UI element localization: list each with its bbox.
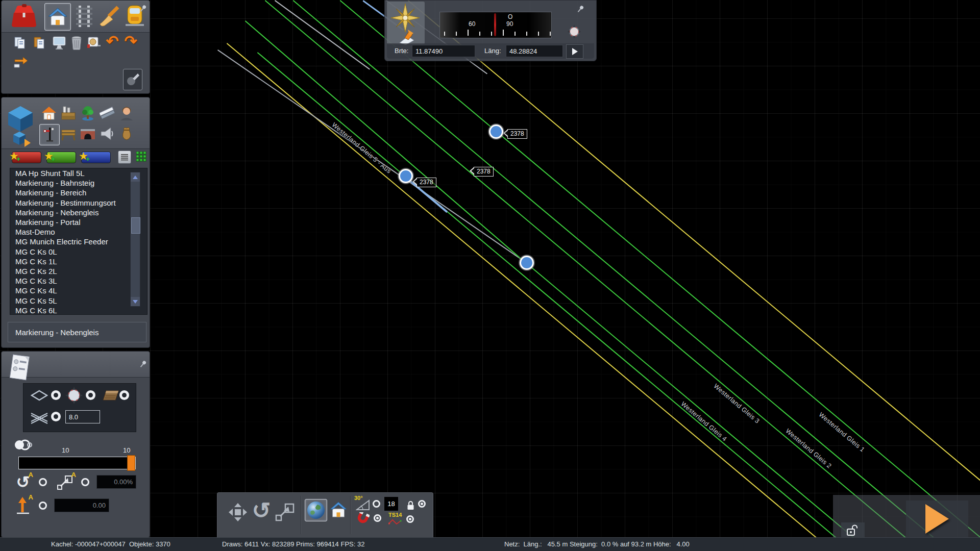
lock-toggle[interactable] <box>841 522 865 537</box>
list-item[interactable]: MG C Ks 5L <box>10 295 147 305</box>
list-item[interactable]: MA Hp Shunt Tall 5L <box>10 168 147 178</box>
laeng-label: Läng: <box>484 47 501 55</box>
radio-height-random[interactable] <box>39 502 47 510</box>
copy-icon[interactable] <box>32 35 46 51</box>
track-id-tag[interactable]: 2378 <box>507 129 527 139</box>
scroll-thumb[interactable] <box>131 217 140 234</box>
coords-go-button[interactable] <box>566 44 583 59</box>
list-item[interactable]: Mast-Demo <box>10 227 147 237</box>
move-mode-icon[interactable] <box>228 502 248 522</box>
radio-scale-random[interactable] <box>81 478 89 486</box>
pin-icon[interactable] <box>576 5 585 14</box>
scroll-up-button[interactable] <box>131 172 140 182</box>
radio-angle-snap[interactable] <box>373 500 380 508</box>
list-view-icon[interactable] <box>118 151 131 164</box>
rotate-mode-icon[interactable]: ↺ <box>250 497 273 523</box>
track-id-tag[interactable]: 2378 <box>416 178 436 187</box>
factory-icon[interactable] <box>60 105 77 122</box>
grid-value-box[interactable]: 18 <box>384 497 398 511</box>
dial-label-90: 90 <box>506 20 513 28</box>
radio-lock[interactable] <box>418 500 426 508</box>
signal-icon[interactable] <box>39 124 60 145</box>
cube-3d-icon[interactable] <box>6 104 35 133</box>
person-icon[interactable] <box>118 105 135 122</box>
model-list[interactable]: MA Hp Shunt Tall 5LMarkierung - Bahnstei… <box>10 168 148 315</box>
favorites-blue[interactable]: ★ <box>81 152 111 163</box>
gyro-locate-icon[interactable] <box>567 24 582 39</box>
list-item[interactable]: MG C Ks 1L <box>10 257 147 266</box>
sack-icon[interactable] <box>118 125 135 142</box>
list-item[interactable]: MG C Ks 2L <box>10 266 147 276</box>
list-item[interactable]: Markierung - Bestimmungsort <box>10 198 147 208</box>
tree-icon[interactable] <box>79 105 96 122</box>
run-simulation-button[interactable] <box>906 500 968 537</box>
heading-dial[interactable]: O 60 90 <box>439 12 552 38</box>
compass-rose-icon[interactable] <box>390 3 421 33</box>
speaker-icon[interactable] <box>99 125 116 142</box>
cube-insert-icon[interactable] <box>12 130 32 148</box>
list-item[interactable]: MG C Ks 3L <box>10 276 147 286</box>
track-id-tag[interactable]: 2378 <box>474 167 494 177</box>
toolbox-icon[interactable] <box>10 3 38 30</box>
scrollbar[interactable] <box>130 172 140 307</box>
brte-input[interactable] <box>412 45 475 57</box>
slider-right-label: 10 <box>123 446 130 454</box>
track-ladder-icon[interactable] <box>73 4 95 29</box>
bench-icon[interactable] <box>60 125 77 142</box>
track-green-gleis1[interactable] <box>340 0 980 551</box>
swap-arrows-icon[interactable] <box>13 55 29 69</box>
list-item[interactable]: MG Munich Electric Feeder <box>10 237 147 246</box>
track-green-gleis3[interactable] <box>265 0 950 551</box>
home-view-icon[interactable] <box>329 500 348 519</box>
toolbar-divider <box>350 496 351 534</box>
globe-mode-icon[interactable] <box>305 499 327 521</box>
monitor-icon[interactable] <box>52 35 67 51</box>
tape-measure-icon[interactable] <box>86 35 102 51</box>
compass-widget: O 60 90 Brte: Läng: <box>384 0 597 61</box>
scroll-down-button[interactable] <box>131 297 140 306</box>
track-green-gleis2[interactable] <box>293 0 980 551</box>
slider-handle[interactable] <box>127 455 135 471</box>
list-item[interactable]: Markierung - Nebengleis <box>10 208 147 217</box>
track-green-gleis5[interactable] <box>257 52 868 551</box>
radius-input[interactable] <box>65 410 100 423</box>
radio-globe-anchor[interactable] <box>86 390 95 400</box>
list-item[interactable]: Markierung - Portal <box>10 217 147 227</box>
height-value-field[interactable]: 0.00 <box>54 498 109 512</box>
ts14-icon: TS14 <box>388 512 403 526</box>
radio-rotate-random[interactable] <box>39 478 47 486</box>
list-item[interactable]: MG C Ks 0L <box>10 247 147 257</box>
pin-icon[interactable] <box>138 4 148 13</box>
density-slider[interactable] <box>18 457 136 469</box>
radio-magnet[interactable] <box>374 514 381 522</box>
house-icon[interactable] <box>40 105 58 122</box>
radio-cross-tracks[interactable] <box>51 412 61 421</box>
list-item[interactable]: MG C Ks 6L <box>10 306 147 315</box>
redo-icon[interactable]: ↷ <box>123 32 138 49</box>
home-icon[interactable] <box>44 3 71 31</box>
undo-icon[interactable]: ↶ <box>105 32 120 49</box>
paste-icon[interactable] <box>13 35 27 51</box>
track-node[interactable] <box>489 124 503 139</box>
rotation-value-field[interactable]: 0.00% <box>96 475 136 489</box>
radio-ts14[interactable] <box>406 515 414 523</box>
track-yellow-left[interactable] <box>227 43 853 551</box>
trash-icon[interactable] <box>70 35 83 51</box>
pin-icon[interactable] <box>138 360 148 369</box>
favorites-green[interactable]: ★ <box>46 152 76 163</box>
track-object-icon[interactable] <box>99 105 116 122</box>
track-node[interactable] <box>399 169 413 183</box>
list-item[interactable]: MG C Ks 4L <box>10 286 147 295</box>
paintbrush-icon[interactable] <box>97 4 121 29</box>
list-item[interactable]: Markierung - Bereich <box>10 188 147 197</box>
track-node[interactable] <box>520 256 534 270</box>
list-item[interactable]: Markierung - Bahnsteig <box>10 178 147 188</box>
grid-view-icon[interactable] <box>135 151 148 163</box>
laeng-input[interactable] <box>506 45 563 57</box>
scale-mode-icon[interactable] <box>275 502 295 522</box>
flashlight-icon[interactable] <box>123 69 142 90</box>
radio-wood-track[interactable] <box>119 390 129 400</box>
radio-diamond[interactable] <box>51 390 61 400</box>
bridge-icon[interactable] <box>79 125 96 142</box>
favorites-red[interactable]: ★ <box>12 152 41 163</box>
